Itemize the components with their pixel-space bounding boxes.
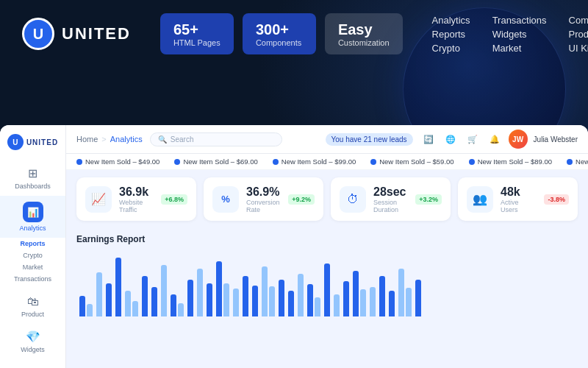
analytics-icon: 📊 <box>23 202 43 222</box>
sidebar-item-reports[interactable]: Reports <box>0 238 65 250</box>
bar-20 <box>307 284 313 316</box>
breadcrumb-home[interactable]: Home <box>76 135 98 144</box>
bar-group-19 <box>298 274 304 316</box>
nav-ui-kit[interactable]: UI Kit <box>569 43 588 54</box>
header-stats: 65+ HTML Pages 300+ Components Easy Cust… <box>160 13 403 54</box>
top-bar: Home > Analytics 🔍 Search You have 21 ne… <box>66 125 588 154</box>
refresh-icon[interactable]: 🔄 <box>420 131 437 147</box>
bar-group-24 <box>353 271 366 316</box>
ticker-item-2: New Item Sold – $69.00 <box>174 158 257 166</box>
sidebar-item-transactions[interactable]: Transactions <box>0 273 65 285</box>
sidebar-item-crypto[interactable]: Crypto <box>0 250 65 261</box>
dashboard-icon: ⊞ <box>28 166 37 180</box>
bar-4 <box>125 291 131 316</box>
bar-group-7 <box>161 265 167 316</box>
nav-analytics[interactable]: Analytics <box>432 15 470 26</box>
nav-col-1: Analytics Reports Crypto <box>432 15 470 54</box>
bar-group-25 <box>370 287 376 316</box>
logo[interactable]: U UNITED <box>22 18 131 50</box>
breadcrumb-sep: > <box>101 135 106 144</box>
bar-group-16 <box>262 266 275 316</box>
bar-7 <box>161 265 167 316</box>
cart-icon[interactable]: 🛒 <box>465 131 481 147</box>
ticker-dot-4 <box>370 159 376 165</box>
bar-1 <box>96 272 102 316</box>
sidebar-item-more[interactable]: 🧩 <box>0 364 65 368</box>
bar-alt-8 <box>178 303 184 316</box>
nav-transactions[interactable]: Transactions <box>492 15 547 26</box>
nav-widgets[interactable]: Widgets <box>492 29 547 40</box>
nav-market[interactable]: Market <box>492 43 547 54</box>
sidebar-item-product[interactable]: 🛍 Product <box>0 289 65 324</box>
bar-alt-24 <box>360 289 366 316</box>
bar-group-20 <box>307 284 320 316</box>
nav-components[interactable]: Components <box>569 15 588 26</box>
nav-col-2: Transactions Widgets Market <box>492 15 547 54</box>
nav-crypto[interactable]: Crypto <box>432 43 470 54</box>
ticker-dot-5 <box>469 159 475 165</box>
search-icon: 🔍 <box>158 135 167 144</box>
earnings-title: Earnings Report <box>76 234 578 244</box>
bar-group-6 <box>151 287 157 316</box>
nav-reports[interactable]: Reports <box>432 29 470 40</box>
bar-alt-20 <box>315 297 320 316</box>
bell-icon[interactable]: 🔔 <box>487 131 503 147</box>
stat-card-users: 👥 48k Active Users -3.8% <box>458 177 578 221</box>
bar-11 <box>207 283 212 316</box>
search-placeholder: Search <box>171 135 194 144</box>
main-content: Home > Analytics 🔍 Search You have 21 ne… <box>66 125 588 368</box>
bar-alt-4 <box>132 301 138 316</box>
ticker-item-6: New Item Sold – $... <box>567 158 588 166</box>
bar-5 <box>142 276 148 316</box>
new-leads-badge: You have 21 new leads <box>326 133 413 146</box>
bar-19 <box>298 274 304 316</box>
bar-25 <box>370 287 376 316</box>
bar-group-13 <box>233 289 239 316</box>
bar-group-9 <box>187 280 193 316</box>
nav-col-3: Components Products UI Kit <box>569 15 588 54</box>
bar-29 <box>415 280 421 316</box>
logo-text: UNITED <box>62 24 131 43</box>
sidebar-item-market[interactable]: Market <box>0 261 65 273</box>
sidebar-item-dashboards[interactable]: ⊞ Dashboards <box>0 160 65 196</box>
bar-26 <box>379 276 385 316</box>
bar-28 <box>398 269 404 316</box>
bar-group-2 <box>106 283 112 316</box>
bar-alt-28 <box>406 288 412 316</box>
search-bar[interactable]: 🔍 Search <box>150 132 282 146</box>
sidebar-item-widgets[interactable]: 💎 Widgets <box>0 324 65 359</box>
bar-group-17 <box>279 280 284 316</box>
sidebar-logo[interactable]: U UNITED <box>1 134 64 150</box>
bar-alt-0 <box>87 304 93 316</box>
stat-card-conversion: % 36.9% Conversion Rate +9.2% <box>204 177 323 221</box>
bar-3 <box>115 258 121 316</box>
bar-alt-16 <box>269 286 275 316</box>
sidebar: U UNITED ⊞ Dashboards 📊 Analytics Report… <box>0 125 66 368</box>
session-change: +3.2% <box>415 194 442 205</box>
nav-products[interactable]: Products <box>569 29 588 40</box>
ticker-item-5: New Item Sold – $89.00 <box>469 158 552 166</box>
conversion-value: 36.9% <box>246 185 281 199</box>
ticker-item-3: New Item Sold – $99.00 <box>273 158 356 166</box>
ticker-item-1: New Item Sold – $49.00 <box>76 158 159 166</box>
bar-group-22 <box>334 294 340 316</box>
stats-cards: 📈 36.9k Website Traffic +6.8% % 36.9% Co… <box>66 170 588 228</box>
bar-0 <box>79 296 85 316</box>
bar-18 <box>288 291 294 316</box>
stat-components: 300+ Components <box>243 13 316 54</box>
breadcrumb: Home > Analytics <box>76 135 143 144</box>
globe-icon[interactable]: 🌐 <box>442 131 459 147</box>
avatar[interactable]: JW <box>509 130 528 149</box>
bar-group-21 <box>324 263 330 316</box>
earnings-chart <box>76 250 578 316</box>
sidebar-logo-text: UNITED <box>26 138 58 146</box>
traffic-label: Website Traffic <box>119 199 154 213</box>
ticker-dot-6 <box>567 159 573 165</box>
sidebar-item-analytics[interactable]: 📊 Analytics <box>0 196 65 238</box>
stat-customization: Easy Customization <box>325 13 403 54</box>
stat-html-pages: 65+ HTML Pages <box>160 13 234 54</box>
logo-icon: U <box>22 18 54 50</box>
top-bar-icons: 🔄 🌐 🛒 🔔 JW Julia Webster <box>420 130 578 149</box>
traffic-value: 36.9k <box>119 185 154 199</box>
bar-group-29 <box>415 280 421 316</box>
